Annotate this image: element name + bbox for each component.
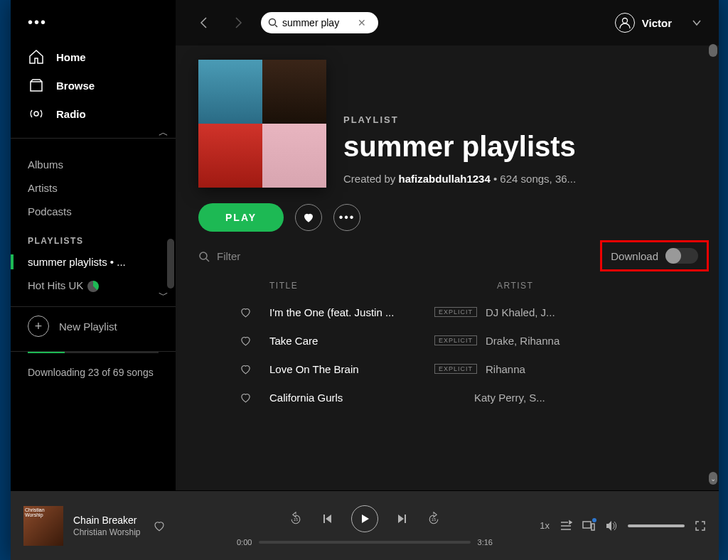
nav-back-button[interactable] — [193, 11, 215, 34]
svg-text:15: 15 — [432, 517, 436, 522]
app-window: ••• Home Browse Radio ︿ Albums Artists P… — [11, 0, 719, 560]
svg-point-5 — [269, 19, 276, 26]
heart-icon[interactable] — [240, 392, 269, 404]
download-progress: Downloading 23 of 69 songs — [11, 351, 176, 380]
filter-placeholder: Filter — [217, 250, 240, 262]
explicit-badge: EXPLICIT — [434, 364, 477, 374]
more-options-button[interactable]: ••• — [333, 204, 360, 231]
now-playing-artist[interactable]: Christian Worship — [73, 527, 140, 537]
playlist-title: summer playlists — [343, 131, 576, 163]
svg-rect-12 — [583, 522, 591, 528]
sidebar-scrollbar[interactable] — [167, 239, 174, 289]
sidebar-item-label: Radio — [56, 108, 86, 120]
download-progress-icon — [87, 281, 99, 292]
track-list-header: TITLE ARTIST — [198, 275, 696, 298]
heart-icon[interactable] — [240, 306, 269, 318]
sidebar-playlist-item[interactable]: Hot Hits UK ﹀ — [11, 274, 176, 298]
sidebar-item-radio[interactable]: Radio — [11, 99, 176, 128]
sidebar-item-browse[interactable]: Browse — [11, 71, 176, 99]
favorite-track-button[interactable] — [153, 519, 166, 532]
track-title: California Gurls — [269, 392, 426, 404]
user-menu[interactable]: Victor — [615, 13, 702, 33]
main-content: ✕ Victor PLAYLIST summer playlists — [176, 0, 719, 490]
sidebar-item-artists[interactable]: Artists — [11, 176, 176, 200]
sidebar-item-home[interactable]: Home — [11, 43, 176, 71]
playlist-cover[interactable] — [198, 60, 326, 188]
chevron-down-icon — [692, 18, 702, 28]
download-progress-text: Downloading 23 of 69 songs — [28, 360, 159, 380]
track-artist[interactable]: Drake, Rihanna — [486, 335, 642, 347]
play-pause-button[interactable] — [351, 505, 378, 532]
track-artist[interactable]: Katy Perry, S... — [474, 392, 631, 404]
fullscreen-button[interactable] — [695, 520, 706, 532]
sidebar-item-label: Home — [56, 51, 86, 63]
explicit-badge: EXPLICIT — [434, 307, 477, 317]
browse-icon — [28, 77, 45, 94]
track-row[interactable]: I'm the One (feat. Justin ...EXPLICITDJ … — [198, 298, 696, 326]
elapsed-time: 0:00 — [237, 538, 252, 546]
download-toggle[interactable] — [665, 248, 698, 264]
track-artist[interactable]: DJ Khaled, J... — [486, 306, 642, 318]
volume-button[interactable] — [605, 519, 618, 532]
playlists-section-label: PLAYLISTS — [11, 223, 176, 250]
devices-button[interactable] — [582, 519, 595, 532]
playlist-header: PLAYLIST summer playlists Created by haf… — [198, 60, 696, 188]
track-row[interactable]: Love On The BrainEXPLICITRihanna — [198, 355, 696, 383]
sidebar-item-albums[interactable]: Albums — [11, 153, 176, 176]
sidebar-menu-icon[interactable]: ••• — [11, 14, 176, 43]
svg-line-6 — [275, 25, 277, 27]
track-row[interactable]: Take CareEXPLICITDrake, Rihanna — [198, 326, 696, 355]
topbar: ✕ Victor — [176, 0, 719, 45]
svg-rect-13 — [592, 524, 594, 530]
new-playlist-button[interactable]: + New Playlist — [11, 306, 176, 345]
track-row[interactable]: California GurlsKaty Perry, S... — [198, 383, 696, 411]
main-scrollbar-up[interactable] — [709, 44, 717, 57]
download-progress-bar — [28, 352, 159, 353]
player-bar: Christian Worship Chain Breaker Christia… — [11, 490, 719, 560]
now-playing-art: Christian Worship — [23, 506, 63, 546]
track-artist[interactable]: Rihanna — [486, 363, 642, 375]
queue-button[interactable] — [560, 519, 572, 532]
sidebar: ••• Home Browse Radio ︿ Albums Artists P… — [11, 0, 176, 490]
creator-link[interactable]: hafizabdullah1234 — [399, 173, 491, 185]
forward-15-button[interactable]: 15 — [427, 512, 441, 526]
now-playing-title[interactable]: Chain Breaker — [73, 515, 140, 526]
sidebar-item-podcasts[interactable]: Podcasts — [11, 200, 176, 223]
search-box[interactable]: ✕ — [261, 12, 378, 33]
column-title[interactable]: TITLE — [269, 281, 497, 291]
download-label: Download — [611, 250, 658, 262]
column-artist[interactable]: ARTIST — [497, 281, 533, 291]
playback-speed[interactable]: 1x — [540, 520, 550, 531]
radio-icon — [28, 105, 45, 122]
main-scrollbar-down[interactable]: ⌄ — [709, 472, 717, 485]
nav-forward-button[interactable] — [227, 11, 250, 34]
rewind-15-button[interactable]: 15 — [289, 512, 303, 526]
svg-line-9 — [206, 259, 209, 262]
svg-text:15: 15 — [294, 517, 298, 522]
filter-input[interactable]: Filter — [198, 250, 240, 262]
heart-icon[interactable] — [240, 335, 269, 347]
content-type-label: PLAYLIST — [343, 114, 576, 125]
explicit-badge: EXPLICIT — [434, 335, 477, 345]
sidebar-playlist-item[interactable]: summer playlists • ... — [11, 250, 176, 274]
volume-slider[interactable] — [628, 524, 685, 527]
playlist-byline: Created by hafizabdullah1234 • 624 songs… — [343, 173, 576, 185]
plus-icon: + — [28, 316, 49, 337]
heart-icon[interactable] — [240, 363, 269, 375]
progress-bar[interactable] — [259, 541, 470, 544]
chevron-down-icon[interactable]: ﹀ — [159, 289, 168, 302]
svg-point-4 — [34, 112, 38, 116]
search-icon — [198, 251, 210, 262]
now-playing[interactable]: Christian Worship Chain Breaker Christia… — [23, 506, 215, 546]
play-button[interactable]: PLAY — [198, 203, 284, 232]
track-title: Love On The Brain — [269, 363, 426, 375]
user-avatar-icon — [615, 13, 635, 33]
favorite-button[interactable] — [295, 204, 322, 231]
download-toggle-highlight: Download — [600, 240, 709, 271]
search-input[interactable] — [282, 17, 353, 28]
next-button[interactable] — [397, 513, 408, 524]
previous-button[interactable] — [321, 513, 333, 524]
playlist-actions: PLAY ••• — [198, 203, 696, 232]
clear-search-icon[interactable]: ✕ — [358, 17, 366, 28]
svg-point-7 — [622, 18, 627, 23]
